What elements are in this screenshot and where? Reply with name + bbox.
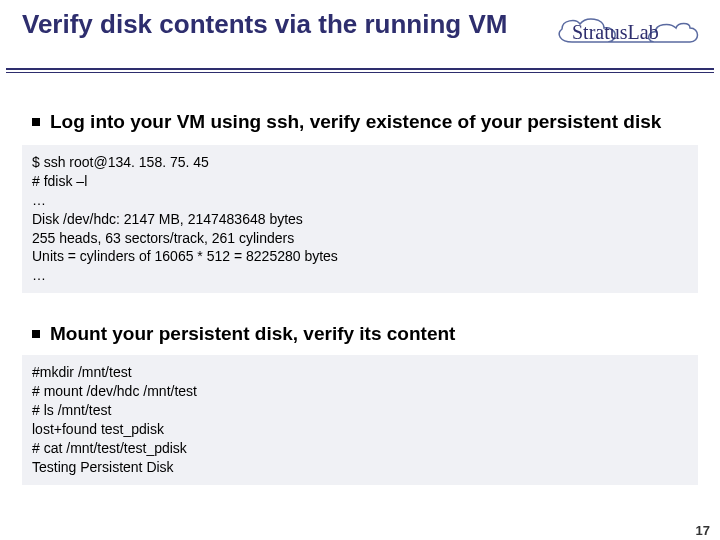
rule-thick <box>6 68 714 70</box>
header: Verify disk contents via the running VM … <box>0 10 720 62</box>
logo-text: StratusLab <box>572 21 659 43</box>
rule-thin <box>6 72 714 73</box>
slide: Verify disk contents via the running VM … <box>0 0 720 540</box>
bullet-item-1: Log into your VM using ssh, verify exist… <box>0 111 720 133</box>
page-number: 17 <box>696 523 710 538</box>
bullet-text-2: Mount your persistent disk, verify its c… <box>50 323 455 345</box>
square-bullet-icon <box>32 330 40 338</box>
code-block-1: $ ssh root@134. 158. 75. 45 # fdisk –l …… <box>22 145 698 293</box>
code-block-2: #mkdir /mnt/test # mount /dev/hdc /mnt/t… <box>22 355 698 484</box>
bullet-text-1: Log into your VM using ssh, verify exist… <box>50 111 661 133</box>
header-rule <box>0 68 720 73</box>
slide-title: Verify disk contents via the running VM <box>22 10 534 40</box>
title-block: Verify disk contents via the running VM <box>22 10 534 40</box>
bullet-item-2: Mount your persistent disk, verify its c… <box>0 323 720 345</box>
cloud-logo-icon: StratusLab <box>542 8 702 58</box>
square-bullet-icon <box>32 118 40 126</box>
stratuslab-logo: StratusLab <box>542 8 702 62</box>
